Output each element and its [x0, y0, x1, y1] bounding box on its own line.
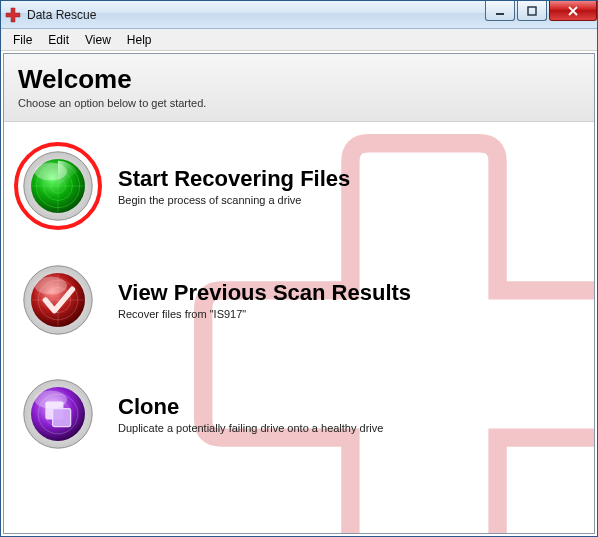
options-list: Start Recovering Files Begin the process… — [4, 122, 594, 500]
maximize-button[interactable] — [517, 1, 547, 21]
clone-purple-icon — [20, 376, 96, 452]
highlight-ring-icon — [14, 142, 102, 230]
titlebar[interactable]: Data Rescue — [1, 1, 597, 29]
window-title: Data Rescue — [27, 8, 96, 22]
menu-view[interactable]: View — [77, 31, 119, 49]
menubar: File Edit View Help — [1, 29, 597, 51]
option-title: Start Recovering Files — [118, 166, 350, 192]
menu-file[interactable]: File — [5, 31, 40, 49]
option-view-previous[interactable]: View Previous Scan Results Recover files… — [14, 254, 584, 346]
radar-green-icon — [20, 148, 96, 224]
svg-point-16 — [35, 277, 67, 295]
menu-help[interactable]: Help — [119, 31, 160, 49]
option-start-recovering[interactable]: Start Recovering Files Begin the process… — [14, 140, 584, 232]
content-panel: Welcome Choose an option below to get st… — [3, 53, 595, 534]
svg-point-23 — [35, 391, 67, 409]
option-desc: Duplicate a potentially failing drive on… — [118, 422, 383, 434]
menu-edit[interactable]: Edit — [40, 31, 77, 49]
page-title: Welcome — [18, 64, 580, 95]
option-title: Clone — [118, 394, 383, 420]
minimize-button[interactable] — [485, 1, 515, 21]
app-window: Data Rescue File Edit View Help Welcome — [0, 0, 598, 537]
svg-rect-1 — [528, 7, 536, 15]
svg-rect-0 — [496, 13, 504, 15]
welcome-header: Welcome Choose an option below to get st… — [4, 54, 594, 122]
window-controls — [483, 1, 597, 21]
svg-rect-22 — [53, 409, 71, 427]
option-title: View Previous Scan Results — [118, 280, 411, 306]
page-subtitle: Choose an option below to get started. — [18, 97, 580, 109]
close-button[interactable] — [549, 1, 597, 21]
option-desc: Recover files from "IS917" — [118, 308, 411, 320]
option-clone[interactable]: Clone Duplicate a potentially failing dr… — [14, 368, 584, 460]
option-desc: Begin the process of scanning a drive — [118, 194, 350, 206]
check-red-icon — [20, 262, 96, 338]
app-icon — [5, 7, 21, 23]
